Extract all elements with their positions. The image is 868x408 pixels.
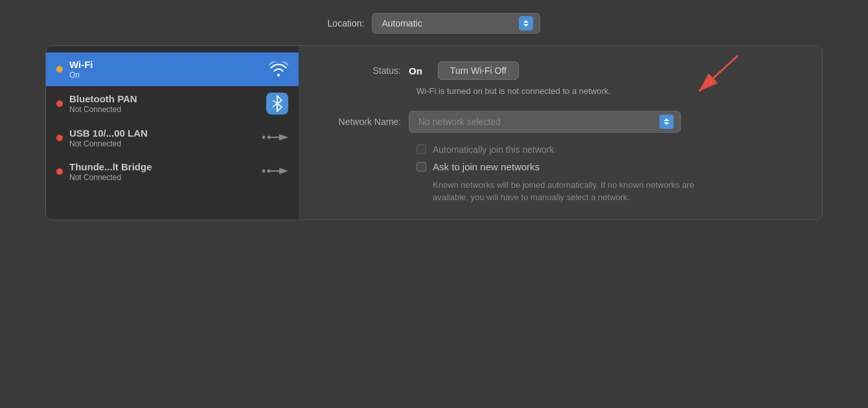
location-dropdown[interactable]: Automatic — [372, 13, 540, 34]
main-panel: Wi-Fi On Bluetooth PAN Not Connected — [45, 45, 823, 220]
svg-point-5 — [268, 169, 271, 172]
location-dropdown-arrow — [519, 16, 533, 30]
turn-wifi-off-button[interactable]: Turn Wi-Fi Off — [438, 62, 519, 80]
thunderbolt-text: Thunde...lt Bridge Not Connected — [69, 161, 253, 182]
usb-lan-name: USB 10/...00 LAN — [69, 128, 253, 139]
network-name-placeholder: No network selected — [418, 117, 659, 127]
wifi-icon — [269, 62, 288, 77]
svg-point-1 — [268, 135, 271, 139]
wifi-name: Wi-Fi — [69, 59, 262, 70]
location-value: Automatic — [382, 18, 519, 28]
auto-join-label: Automatically join this network — [433, 144, 554, 155]
bluetooth-icon — [266, 93, 288, 115]
ask-join-checkbox[interactable] — [417, 162, 426, 172]
auto-join-row: Automatically join this network — [417, 144, 796, 155]
ask-join-label: Ask to join new networks — [433, 161, 540, 172]
network-name-label: Network Name: — [325, 117, 409, 127]
thunderbolt-status: Not Connected — [69, 173, 253, 182]
wifi-text: Wi-Fi On — [69, 59, 262, 80]
usb-lan-text: USB 10/...00 LAN Not Connected — [69, 128, 253, 148]
auto-join-checkbox[interactable] — [417, 144, 426, 154]
wifi-description: Wi-Fi is turned on but is not connected … — [417, 85, 663, 98]
thunderbolt-name: Thunde...lt Bridge — [69, 161, 253, 172]
ask-join-description: Known networks will be joined automatica… — [433, 179, 705, 204]
content-area: Status: On Turn Wi-Fi Off Wi-Fi is turne… — [299, 46, 822, 220]
wifi-status-dot — [56, 66, 63, 73]
sidebar: Wi-Fi On Bluetooth PAN Not Connected — [46, 46, 299, 220]
sidebar-item-usb-lan[interactable]: USB 10/...00 LAN Not Connected — [46, 121, 299, 155]
location-label: Location: — [328, 18, 365, 28]
sidebar-item-thunderbolt[interactable]: Thunde...lt Bridge Not Connected — [46, 155, 299, 188]
thunderbolt-status-dot — [56, 168, 63, 175]
bluetooth-status-dot — [56, 100, 63, 107]
network-name-dropdown[interactable]: No network selected — [409, 111, 681, 133]
svg-marker-3 — [279, 134, 288, 141]
sidebar-item-bluetooth[interactable]: Bluetooth PAN Not Connected — [46, 86, 299, 121]
svg-marker-7 — [279, 168, 288, 174]
usb-lan-status-dot — [56, 135, 63, 141]
bluetooth-name: Bluetooth PAN — [69, 93, 260, 104]
usb-lan-status: Not Connected — [69, 139, 253, 148]
svg-point-4 — [262, 169, 266, 172]
top-bar: Location: Automatic — [328, 13, 541, 34]
wifi-status: On — [69, 71, 262, 80]
thunderbolt-icon — [260, 164, 288, 180]
bluetooth-text: Bluetooth PAN Not Connected — [69, 93, 260, 114]
usb-lan-icon — [260, 130, 288, 146]
sidebar-item-wifi[interactable]: Wi-Fi On — [46, 52, 299, 86]
network-name-row: Network Name: No network selected — [325, 111, 796, 133]
status-label: Status: — [325, 65, 409, 76]
network-dropdown-arrow — [659, 115, 674, 129]
svg-point-0 — [262, 135, 266, 139]
bluetooth-status: Not Connected — [69, 105, 260, 114]
status-value: On — [409, 65, 422, 76]
ask-join-row: Ask to join new networks — [417, 161, 796, 172]
